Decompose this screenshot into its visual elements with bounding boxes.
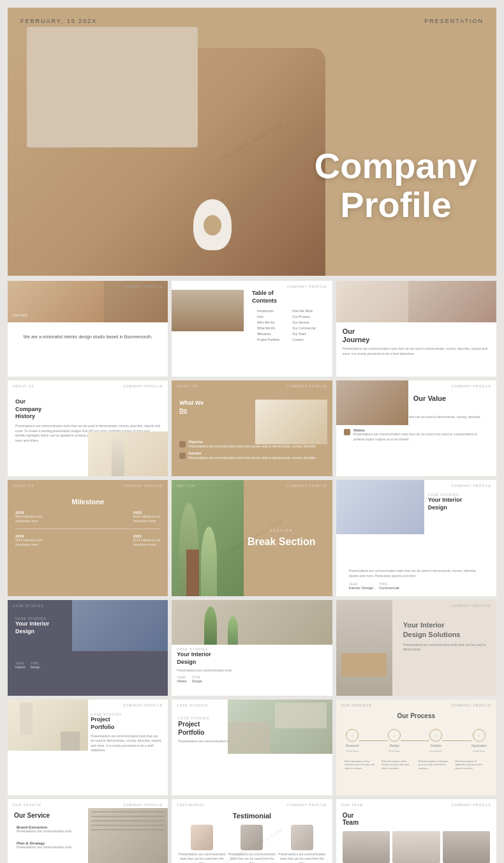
slide-testimonial-label: TESTIMONIAL bbox=[177, 803, 205, 807]
testimonial-card-2: Presentations are communication tools th… bbox=[228, 825, 276, 863]
vision-text: Presentations are communication tools th… bbox=[353, 432, 489, 442]
slide-testimonial-cards: Presentations are communication tools th… bbox=[178, 825, 325, 863]
service-img-line1 bbox=[91, 811, 165, 813]
slide-portfolio2-image bbox=[228, 700, 332, 754]
hero-slide: FEBRUARY, 15 202X PRESENTATION Company P… bbox=[8, 8, 496, 276]
process-connector-2 bbox=[401, 740, 429, 741]
slide-case1-title: Your InteriorDesign bbox=[428, 497, 490, 511]
slide-toc-label: COMPANY PROFILE bbox=[287, 285, 327, 289]
slide-intro-content: We are a minimalist interior design stud… bbox=[8, 322, 168, 377]
slide-value-vision: Vision Presentations are communication t… bbox=[344, 428, 489, 442]
hero-title-line2: Profile bbox=[315, 185, 477, 225]
team-photo-2 bbox=[392, 831, 440, 863]
team-card-1: Team Member bbox=[343, 831, 390, 863]
process-label-finalize: Finalize bbox=[431, 744, 441, 747]
service-img-line4 bbox=[91, 825, 165, 826]
hero-meta-right: PRESENTATION bbox=[424, 18, 484, 24]
testimonial-text-2: Presentations are communication tools th… bbox=[228, 852, 276, 863]
slide-value-image bbox=[336, 380, 408, 425]
slide-service-label-right: COMPANY PROFILE bbox=[123, 803, 163, 807]
slide-history-about-label: ABOUT US bbox=[13, 384, 34, 388]
testimonial-card-1: Presentations are communication tools th… bbox=[178, 825, 225, 863]
testimonial-card-3: Presentations are communication tools th… bbox=[278, 825, 325, 863]
portfolio1-chair bbox=[61, 732, 80, 751]
slide-team-label: OUR TEAM bbox=[341, 803, 363, 807]
hero-title: Company Profile bbox=[315, 146, 477, 225]
slide-history: ABOUT US COMPANY PROFILE OurCompanyHisto… bbox=[8, 380, 168, 476]
process-step-research: 1 Research Small desc bbox=[346, 729, 359, 753]
process-text-research: Small desc bbox=[346, 749, 359, 753]
process-connector-3 bbox=[442, 740, 471, 741]
service-brand-text: Presentations are communication tools bbox=[17, 829, 84, 834]
slide-team: OUR TEAM COMPANY PROFILE OurTeam Team Me… bbox=[336, 799, 496, 863]
service-img-line5 bbox=[91, 829, 165, 830]
process-detail-3: Brief description of finalize process st… bbox=[419, 760, 451, 770]
hero-vase bbox=[193, 199, 232, 250]
process-circle-research: 1 bbox=[346, 729, 359, 742]
team-photo-3 bbox=[443, 831, 490, 863]
slide-intro-label: COMPANY PROFILE bbox=[123, 285, 163, 289]
process-text-application: Small desc bbox=[473, 749, 485, 753]
slide-case1-text-area: Presentations are communication tools th… bbox=[343, 569, 490, 590]
slide-break-text-area: SECTION Break Section bbox=[248, 529, 321, 548]
slide-history-title: OurCompanyHistory bbox=[15, 398, 160, 421]
hero-meta-left: FEBRUARY, 15 202X bbox=[20, 18, 97, 24]
slide-intro-text: We are a minimalist interior design stud… bbox=[15, 334, 160, 341]
slide-service: OUR SERVICE COMPANY PROFILE Our Service … bbox=[8, 799, 168, 863]
slide-service-image bbox=[88, 808, 168, 863]
solution-text: Presentations are communication tools th… bbox=[188, 456, 316, 460]
slide-interior1-image bbox=[72, 600, 168, 651]
slide-history-image bbox=[88, 432, 168, 476]
slide-interior-solutions: CASE STUDIES COMPANY PROFILE Your Interi… bbox=[336, 600, 496, 696]
slide-sol-content: Your InteriorDesign Solutions Presentati… bbox=[396, 600, 496, 660]
slide-break-sublabel: SECTION bbox=[248, 529, 316, 532]
service-item-plan: Plan & Strategy Presentations are commun… bbox=[14, 839, 87, 852]
slide-milestone-line bbox=[15, 529, 160, 529]
portfolio1-lamp bbox=[20, 703, 33, 735]
slide-portfolio1-image bbox=[8, 700, 88, 751]
milestone-year-2018: 2018 Brief milestone textdescription her… bbox=[15, 511, 43, 523]
testimonial-avatar-1 bbox=[191, 825, 213, 850]
stat-type: TYPECommercial bbox=[379, 582, 399, 590]
team-card-2: Team Member bbox=[392, 831, 440, 863]
solution-label: Solution bbox=[188, 451, 316, 456]
slide-portfolio1: CASE STUDIES COMPANY PROFILE CASE STUDIE… bbox=[8, 700, 168, 795]
page-wrapper: FEBRUARY, 15 202X PRESENTATION Company P… bbox=[0, 0, 504, 863]
slide-case1-label: COMPANY PROFILE bbox=[451, 484, 491, 488]
slide-toc: COMPANY PROFILE Table ofContents Introdu… bbox=[172, 281, 332, 377]
slide-portfolio1-content: CASE STUDIES ProjectPortfolio Presentati… bbox=[91, 712, 161, 753]
process-text-finalize: Small desc bbox=[430, 749, 443, 753]
slide-interior2-plant bbox=[204, 606, 217, 645]
milestone-year-2019: 2019 Brief milestone textdescription her… bbox=[15, 534, 43, 547]
milestone-year-2020: 2020 Brief milestone textdescription her… bbox=[133, 511, 161, 523]
slide-portfolio1-title: ProjectPortfolio bbox=[91, 716, 161, 731]
slide-break-label: SECTION bbox=[177, 484, 195, 488]
slide-service-label: OUR SERVICE bbox=[13, 803, 41, 807]
slide-toc-items: IntroductionIntroWho We AreWhat We DoMil… bbox=[252, 308, 332, 343]
slide-whatwedo-about-label: ABOUT US bbox=[177, 384, 198, 388]
slide-intro-tag: INTRO bbox=[13, 313, 28, 317]
slide-sol-title: Your InteriorDesign Solutions bbox=[403, 620, 489, 639]
slide-journey: ABOUT US COMPANY PROFILE OurJourney Pres… bbox=[336, 281, 496, 377]
testimonial-text-3: Presentations are communication tools th… bbox=[278, 852, 325, 863]
slide-sol-label: COMPANY PROFILE bbox=[451, 604, 491, 608]
process-circle-design: 2 bbox=[388, 729, 401, 742]
slide-interior2: CASE STUDIES COMPANY PROFILE CASE STUDIE… bbox=[172, 600, 332, 696]
slide-break-pot bbox=[186, 550, 199, 596]
slide-team-title: OurTeam bbox=[343, 812, 490, 826]
service-img-pattern bbox=[88, 808, 168, 834]
slide-whatwedo-label: COMPANY PROFILE bbox=[287, 384, 327, 388]
slide-milestone-label: COMPANY PROFILE bbox=[123, 484, 163, 488]
slide-journey-content: OurJourney Presentations are communicati… bbox=[336, 322, 496, 361]
slide-toc-image bbox=[172, 290, 244, 331]
hero-wall-bg bbox=[27, 27, 198, 147]
service-img-line2 bbox=[91, 816, 165, 817]
process-circle-finalize: 3 bbox=[429, 729, 442, 742]
slide-milestone-timeline: 2018 Brief milestone textdescription her… bbox=[15, 511, 160, 547]
objective-text: Presentations are communication tools th… bbox=[188, 444, 316, 449]
portfolio2-img-section1 bbox=[228, 722, 269, 754]
vision-icon bbox=[344, 429, 350, 435]
slide-milestone-bottom-years: 2019 Brief milestone textdescription her… bbox=[15, 534, 160, 547]
slide-case1-text: Presentations are communication tools th… bbox=[349, 569, 484, 578]
slide-portfolio1-text: Presentations are communication tools th… bbox=[91, 734, 161, 753]
